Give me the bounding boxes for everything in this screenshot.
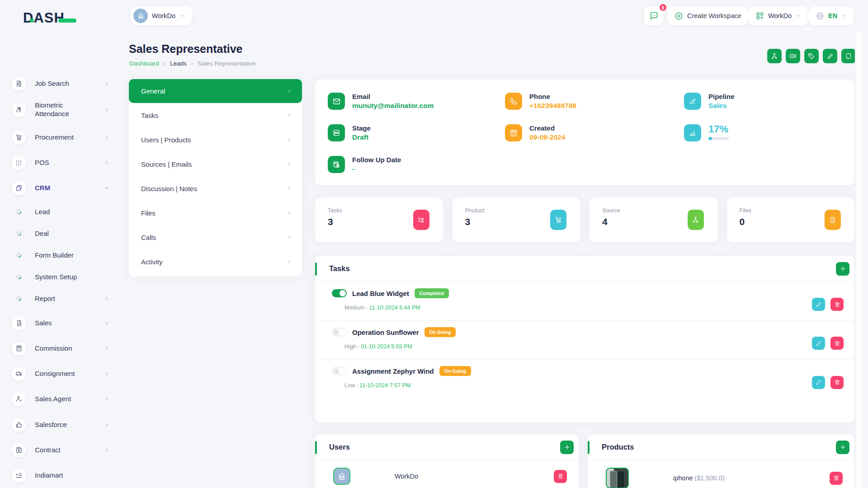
email-icon — [328, 93, 345, 110]
delete-task-button[interactable] — [830, 298, 844, 311]
create-workspace-button[interactable]: Create Workspace — [667, 6, 749, 25]
breadcrumb-separator: › — [191, 61, 193, 67]
user-name: WorkDo — [395, 473, 418, 480]
sidebar-item-pos[interactable]: POS — [12, 150, 109, 175]
sidebar-item-system-setup[interactable]: System Setup — [12, 266, 109, 288]
chevron-right-icon — [287, 137, 292, 142]
field-follow-up: Follow Up Date- — [328, 156, 505, 188]
sitemap-icon — [771, 52, 778, 60]
pencil-icon — [816, 379, 822, 385]
sidebar-item-report[interactable]: Report — [12, 288, 109, 310]
sidebar-item-indiamart[interactable]: Indiamart — [12, 463, 109, 488]
lead-menu-discussion-notes[interactable]: Discussion | Notes — [129, 176, 302, 201]
lead-overview-card: Emailmunuty@mailinator.com Phone+1623948… — [315, 80, 854, 185]
submenu-bullet-icon — [12, 296, 26, 301]
sidebar-item-biometric-attendance[interactable]: Biometric Attendance — [12, 95, 109, 124]
task-meta: Medium-11-10-2024 5:44 PM — [344, 305, 812, 311]
field-stage: StageDraft — [328, 124, 505, 156]
delete-task-button[interactable] — [830, 376, 844, 389]
messages-count-badge: 0 — [659, 3, 667, 12]
logo-bar — [58, 19, 76, 23]
edit-task-button[interactable] — [812, 337, 825, 350]
chevron-right-icon — [104, 346, 109, 351]
submenu-bullet-icon — [12, 253, 26, 258]
messages-button[interactable]: 0 — [644, 6, 664, 25]
task-complete-toggle[interactable] — [332, 367, 347, 375]
email-value: munuty@mailinator.com — [352, 102, 434, 110]
sidebar-item-job-search[interactable]: Job Search — [12, 71, 109, 96]
lead-menu-general[interactable]: General — [129, 79, 302, 103]
person-check-icon — [12, 392, 26, 406]
sidebar-item-commission[interactable]: Commission — [12, 336, 109, 361]
lead-menu-activity[interactable]: Activity — [129, 249, 302, 274]
stage-value: Draft — [352, 133, 371, 141]
sidebar-item-salesforce[interactable]: Salesforce — [12, 412, 109, 437]
sidebar-item-consignment[interactable]: Consignment — [12, 361, 109, 386]
refresh-button[interactable] — [841, 49, 856, 63]
sidebar-item-form-builder[interactable]: Form Builder — [12, 244, 109, 266]
remove-product-button[interactable] — [830, 472, 843, 485]
sidebar-item-sales-agent[interactable]: Sales Agent — [12, 386, 109, 412]
pencil-icon — [827, 53, 834, 60]
lead-menu-files[interactable]: Files — [129, 201, 302, 225]
workspace-avatar — [133, 9, 148, 23]
product-image — [606, 468, 629, 488]
language-selector[interactable]: EN — [808, 6, 854, 25]
sidebar-item-sales[interactable]: Sales — [12, 310, 109, 336]
pipeline-value: Sales — [708, 102, 735, 110]
created-value: 09-09-2024 — [529, 133, 565, 141]
language-code: EN — [828, 12, 837, 19]
phone-icon — [505, 93, 522, 110]
sidebar-item-crm[interactable]: CRM — [12, 175, 109, 201]
workspace-menu[interactable]: WorkDo — [749, 6, 808, 25]
pen-icon — [684, 93, 701, 110]
chat-icon — [649, 11, 659, 21]
building-icon — [137, 12, 145, 20]
brand-logo[interactable]: DASH — [30, 10, 76, 26]
lead-menu-tasks[interactable]: Tasks — [129, 103, 302, 127]
lead-menu-users-products[interactable]: Users | Products — [129, 127, 302, 152]
sidebar-item-deal[interactable]: Deal — [12, 223, 109, 244]
labels-button[interactable] — [804, 49, 819, 63]
remove-user-button[interactable] — [554, 470, 567, 483]
progress-percent: 17% — [708, 124, 729, 134]
chevron-right-icon — [104, 81, 109, 86]
add-product-button[interactable] — [836, 441, 849, 454]
breadcrumb-dashboard[interactable]: Dashboard — [129, 60, 159, 67]
stats-row: Tasks 3 Product 3 Source 4 Files 0 — [315, 197, 854, 242]
add-call-button[interactable] — [786, 49, 800, 63]
trash-icon — [834, 379, 840, 385]
edit-lead-button[interactable] — [823, 49, 837, 63]
scrollbar[interactable] — [855, 32, 863, 488]
edit-task-button[interactable] — [812, 298, 825, 311]
trash-icon — [557, 473, 564, 479]
task-complete-toggle[interactable] — [332, 328, 347, 336]
follow-up-value: - — [352, 165, 401, 173]
chevron-right-icon — [104, 320, 109, 326]
grid-dots-icon — [12, 156, 26, 170]
thumbs-up-icon — [12, 418, 26, 432]
convert-to-deal-button[interactable] — [767, 49, 782, 63]
bar-chart-icon — [684, 124, 701, 141]
stat-card-product: Product 3 — [453, 197, 580, 242]
sidebar-item-procurement[interactable]: Procurement — [12, 125, 109, 150]
user-row: WorkDo — [315, 460, 579, 485]
chevron-right-icon — [104, 396, 109, 402]
sidebar-item-contract[interactable]: Contract — [12, 437, 109, 463]
add-task-button[interactable] — [836, 262, 849, 276]
chevron-right-icon — [287, 161, 292, 167]
task-complete-toggle[interactable] — [332, 289, 347, 297]
chevron-right-icon — [104, 107, 109, 113]
products-header: Products — [588, 434, 854, 460]
workspace-switcher[interactable]: WorkDo — [131, 6, 192, 25]
delete-task-button[interactable] — [830, 337, 844, 350]
lead-detail-column: Emailmunuty@mailinator.com Phone+1623948… — [315, 80, 854, 488]
lead-menu-calls[interactable]: Calls — [129, 225, 302, 249]
lead-menu-sources-emails[interactable]: Sources | Emails — [129, 152, 302, 176]
pencil-icon — [816, 301, 822, 308]
edit-task-button[interactable] — [812, 376, 825, 389]
section-accent-bar — [588, 441, 590, 454]
sidebar-item-lead[interactable]: Lead — [12, 201, 109, 223]
breadcrumb-leads[interactable]: Leads — [170, 60, 187, 67]
add-user-button[interactable] — [560, 441, 574, 454]
